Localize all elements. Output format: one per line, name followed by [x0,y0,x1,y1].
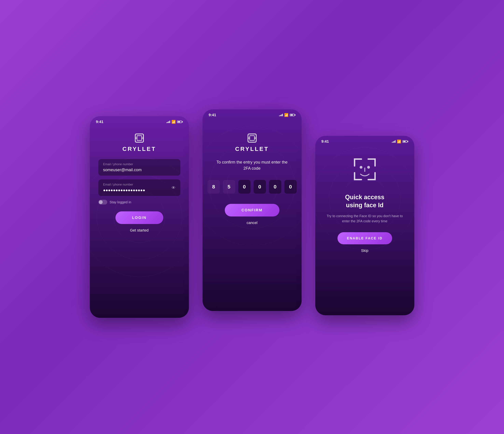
code-digit-1[interactable]: 8 [207,180,220,194]
logo-container-2: CRYLLET [203,133,302,152]
phone-faceid: 9:41 📶 [315,136,414,315]
confirm-button[interactable]: CONFIRM [225,204,279,216]
status-icons: 📶 [166,120,183,124]
password-value: ●●●●●●●●●●●●●●●●● [103,188,176,193]
code-input-row: 8 5 0 0 0 0 [203,180,302,194]
status-time: 9:41 [96,120,103,124]
wifi-icon-2: 📶 [284,113,288,117]
status-time-2: 9:41 [209,113,216,117]
get-started-link[interactable]: Get started [90,228,189,232]
toggle-dot [99,200,103,204]
code-digit-4[interactable]: 0 [254,180,266,194]
face-id-svg [348,152,382,186]
phone-login: 9:41 📶 CRYLLET [90,116,189,318]
input-section: Email / phone number someuser@mail.com E… [90,159,189,196]
svg-rect-5 [250,136,254,140]
battery-icon-3 [403,140,408,143]
face-id-title: Quick access using face Id [315,193,414,209]
cancel-link[interactable]: cancel [203,221,302,225]
stay-logged-label: Stay logged in [110,200,131,204]
wifi-icon-3: 📶 [397,139,401,144]
phone-2fa: 9:41 📶 CRYLLET To co [203,109,302,311]
email-label: Email / phone number [103,163,176,166]
svg-point-8 [360,166,362,169]
twofa-subtitle: To confirm the entry you must enter the … [203,159,302,171]
password-field[interactable]: Email / phone number ●●●●●●●●●●●●●●●●● 👁 [98,179,180,196]
signal-icon-2 [279,114,283,116]
wifi-icon: 📶 [171,120,176,124]
show-password-icon[interactable]: 👁 [171,185,176,190]
signal-icon [166,121,170,123]
logo-text-2: CRYLLET [235,146,269,152]
email-field[interactable]: Email / phone number someuser@mail.com [98,159,180,176]
signal-icon-3 [392,140,396,143]
battery-icon [177,121,183,123]
password-label: Email / phone number [103,183,176,186]
svg-rect-1 [137,136,142,140]
logo-text: CRYLLET [122,146,156,152]
stay-logged-toggle[interactable] [98,200,107,204]
status-bar: 9:41 📶 [90,116,189,126]
email-value: someuser@mail.com [103,167,176,172]
logo-container: CRYLLET [90,133,189,152]
code-digit-2[interactable]: 5 [223,180,235,194]
logo-icon [134,133,145,144]
enable-face-id-button[interactable]: ENABLE FACE ID [337,232,392,244]
status-time-3: 9:41 [321,139,329,144]
face-id-subtitle: Try to connecting the Face ID so you don… [315,213,414,224]
skip-link[interactable]: Skip [315,249,414,253]
code-digit-5[interactable]: 0 [269,180,281,194]
login-button[interactable]: LOGIN [116,211,163,224]
code-digit-6[interactable]: 0 [284,180,297,194]
status-bar-2: 9:41 📶 [203,109,302,119]
status-icons-3: 📶 [392,139,408,144]
svg-point-9 [367,166,370,169]
stay-logged-row: Stay logged in [90,200,189,204]
code-digit-3[interactable]: 0 [238,180,251,194]
face-id-illustration [315,152,414,186]
status-bar-3: 9:41 📶 [315,136,414,145]
logo-icon-2 [247,133,258,144]
status-icons-2: 📶 [279,113,296,117]
battery-icon-2 [290,114,296,116]
